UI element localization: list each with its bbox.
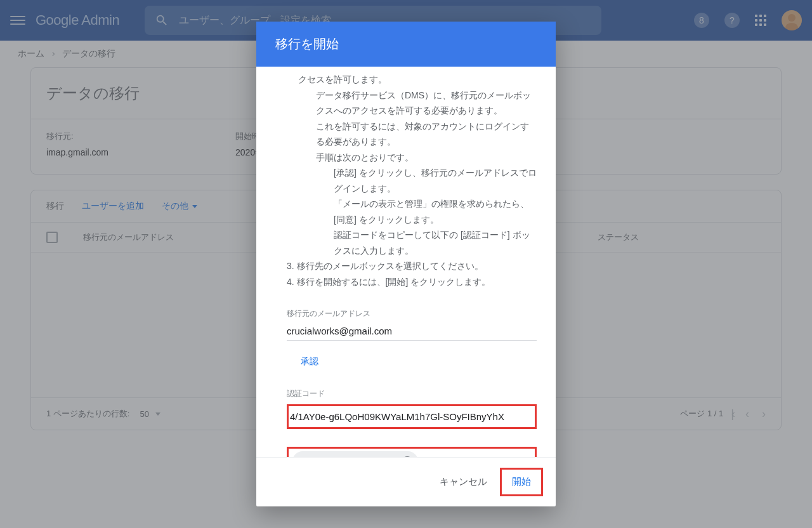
- instruction-text: データ移行サービス（DMS）に、移行元のメールボックスへのアクセスを許可する必要…: [316, 88, 537, 119]
- close-icon[interactable]: ✕: [402, 456, 413, 457]
- cancel-button[interactable]: キャンセル: [429, 470, 497, 494]
- start-migration-dialog: 移行を開始 クセスを許可します。 データ移行サービス（DMS）に、移行元のメール…: [256, 22, 556, 506]
- instruction-text: [承認] をクリックし、移行元のメールアドレスでログインします。: [334, 165, 537, 196]
- auth-code-label: 認証コード: [287, 387, 537, 400]
- email-label: 移行元のメールアドレス: [287, 307, 537, 320]
- instruction-text: 「メールの表示と管理」の権限を求められたら、[同意] をクリックします。: [334, 196, 537, 227]
- auth-code-input[interactable]: [290, 407, 534, 426]
- instruction-text: これを許可するには、対象のアカウントにログインする必要があります。: [316, 119, 537, 150]
- instruction-text: クセスを許可します。: [298, 72, 537, 88]
- source-email-input[interactable]: [287, 322, 537, 341]
- recipient-chip[interactable]: Akira <a.sato@gtest.jp> ✕: [292, 451, 418, 458]
- modal-overlay: 移行を開始 クセスを許可します。 データ移行サービス（DMS）に、移行元のメール…: [0, 0, 812, 528]
- instruction-text: 3. 移行先のメールボックスを選択してください。: [287, 258, 537, 274]
- approve-button[interactable]: 承認: [301, 353, 318, 369]
- chip-label: Akira <a.sato@gtest.jp>: [301, 454, 396, 458]
- dialog-title: 移行を開始: [256, 22, 556, 67]
- instruction-text: 4. 移行を開始するには、[開始] をクリックします。: [287, 274, 537, 290]
- instruction-text: 手順は次のとおりです。: [316, 150, 537, 166]
- instruction-text: 認証コードをコピーして以下の [認証コード] ボックスに入力します。: [334, 227, 537, 258]
- start-button[interactable]: 開始: [503, 471, 540, 493]
